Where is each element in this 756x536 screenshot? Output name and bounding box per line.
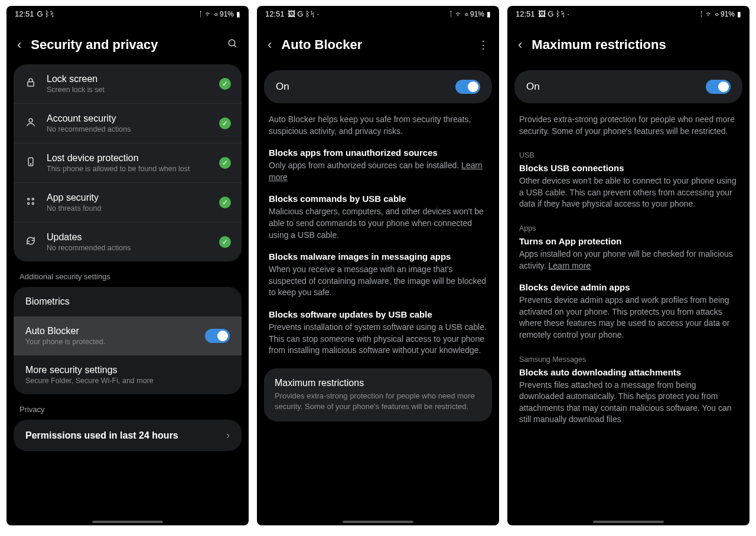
svg-point-8 [28, 202, 30, 204]
feature-body: Other devices won't be able to connect t… [519, 175, 738, 210]
row-title: More security settings [25, 365, 230, 375]
learn-more-link[interactable]: Learn more [549, 261, 591, 270]
phone-locate-icon [24, 156, 37, 170]
status-time: 12:51 [15, 9, 34, 18]
auto-blocker-toggle[interactable] [205, 329, 230, 343]
screen-maximum-restrictions: 12:51 🖼 G ᛒᛪ · ᛙ ᯤ ⊘ 91% ▮ ‹ Maximum res… [507, 6, 750, 525]
row-auto-blocker[interactable]: Auto Blocker Your phone is protected. [14, 316, 242, 355]
master-toggle-pill: On [514, 70, 742, 103]
row-title: Biometrics [25, 296, 230, 307]
status-right-icons: ᛙ ᯤ ⊘ [699, 10, 718, 18]
updates-icon [24, 236, 37, 249]
row-title: App security [47, 192, 210, 203]
row-more-security[interactable]: More security settings Secure Folder, Se… [14, 355, 242, 394]
svg-point-5 [30, 164, 31, 165]
row-title: Auto Blocker [25, 326, 198, 336]
section-additional: Additional security settings [6, 270, 249, 287]
feature-usb-commands: Blocks commands by USB cable Malicious c… [257, 192, 499, 250]
status-left-icons: 🖼 G ᛒᛪ · [288, 9, 320, 18]
row-sub: No recommended actions [47, 125, 210, 133]
svg-point-7 [32, 198, 34, 200]
svg-point-6 [28, 198, 30, 200]
max-restrictions-toggle[interactable] [706, 80, 731, 94]
row-biometrics[interactable]: Biometrics [14, 287, 242, 316]
feature-body-text: Only apps from authorized sources can be… [269, 161, 459, 170]
status-right-icons: ᛙ ᯤ ⊘ [198, 10, 217, 18]
feature-body: Prevents installation of system software… [269, 322, 487, 357]
row-app-security[interactable]: App security No threats found ✓ [14, 183, 242, 223]
feature-title: Blocks device admin apps [519, 282, 738, 292]
feature-title: Blocks malware images in messaging apps [269, 251, 487, 262]
svg-rect-2 [28, 81, 34, 86]
row-maximum-restrictions[interactable]: Maximum restrictions Provides extra-stro… [264, 368, 492, 421]
header: ‹ Auto Blocker ⋮ [257, 21, 499, 64]
row-lost-device[interactable]: Lost device protection This phone is all… [14, 143, 242, 183]
auto-blocker-master-toggle[interactable] [455, 80, 480, 94]
row-sub: No threats found [47, 204, 210, 213]
check-icon: ✓ [219, 117, 231, 129]
row-permissions[interactable]: Permissions used in last 24 hours › [14, 420, 242, 451]
feature-device-admin: Blocks device admin apps Prevents device… [507, 281, 750, 350]
feature-body: Apps installed on your phone will be che… [519, 249, 738, 272]
check-icon: ✓ [219, 157, 231, 169]
toggle-label: On [526, 81, 706, 93]
row-account-security[interactable]: Account security No recommended actions … [14, 104, 242, 143]
feature-title: Blocks USB connections [519, 163, 738, 173]
page-title: Auto Blocker [281, 37, 468, 53]
nav-indicator [6, 517, 249, 525]
row-title: Lost device protection [47, 153, 210, 164]
section-apps: Apps [507, 220, 750, 235]
battery-icon: ▮ [487, 10, 491, 18]
status-time: 12:51 [265, 9, 285, 18]
back-icon[interactable]: ‹ [17, 37, 21, 53]
feature-malware-images: Blocks malware images in messaging apps … [257, 250, 499, 308]
status-battery: 91% [220, 10, 234, 18]
intro-text: Provides extra-strong protection for peo… [507, 112, 750, 146]
status-time: 12:51 [516, 9, 535, 18]
feature-unauthorized-sources: Blocks apps from unauthorized sources On… [257, 146, 499, 192]
status-bar: 12:51 G ᛒᛪ ᛙ ᯤ ⊘ 91% ▮ [6, 6, 249, 21]
search-icon[interactable] [227, 38, 238, 52]
status-left-icons: 🖼 G ᛒᛪ · [538, 9, 570, 18]
apps-icon [24, 196, 37, 210]
feature-title: Blocks commands by USB cable [269, 194, 487, 204]
feature-body: When you receive a message with an image… [269, 264, 487, 299]
lock-icon [24, 77, 37, 91]
row-title: Account security [47, 113, 210, 124]
header: ‹ Maximum restrictions [507, 21, 750, 64]
row-sub: Secure Folder, Secure Wi-Fi, and more [25, 377, 230, 385]
feature-title: Blocks software updates by USB cable [269, 309, 487, 319]
header: ‹ Security and privacy [6, 21, 249, 64]
feature-body: Only apps from authorized sources can be… [269, 160, 487, 183]
svg-point-9 [32, 202, 34, 204]
row-title: Updates [47, 232, 210, 243]
chevron-right-icon: › [226, 429, 230, 442]
page-title: Security and privacy [31, 37, 218, 53]
row-title: Lock screen [47, 74, 210, 84]
screen-auto-blocker: 12:51 🖼 G ᛒᛪ · ᛙ ᯤ ⊘ 91% ▮ ‹ Auto Blocke… [257, 6, 499, 525]
svg-line-1 [234, 45, 236, 47]
status-bar: 12:51 🖼 G ᛒᛪ · ᛙ ᯤ ⊘ 91% ▮ [507, 6, 750, 21]
section-usb: USB [507, 146, 750, 162]
status-bar: 12:51 🖼 G ᛒᛪ · ᛙ ᯤ ⊘ 91% ▮ [257, 6, 499, 21]
back-icon[interactable]: ‹ [518, 37, 522, 53]
account-icon [24, 117, 37, 130]
screen-security-privacy: 12:51 G ᛒᛪ ᛙ ᯤ ⊘ 91% ▮ ‹ Security and pr… [6, 6, 249, 525]
check-icon: ✓ [219, 236, 231, 248]
intro-text: Auto Blocker helps keep you safe from se… [257, 112, 499, 146]
section-samsung-messages: Samsung Messages [507, 351, 750, 366]
more-icon[interactable]: ⋮ [478, 38, 488, 51]
row-updates[interactable]: Updates No recommended actions ✓ [14, 223, 242, 262]
status-battery: 91% [470, 10, 484, 18]
back-icon[interactable]: ‹ [268, 37, 272, 53]
status-right-icons: ᛙ ᯤ ⊘ [449, 10, 468, 18]
row-sub: Your phone is protected. [25, 338, 198, 346]
section-privacy: Privacy [6, 403, 249, 420]
feature-title: Blocks apps from unauthorized sources [269, 148, 487, 158]
row-sub: No recommended actions [47, 244, 210, 252]
check-icon: ✓ [219, 78, 231, 90]
row-lock-screen[interactable]: Lock screen Screen lock is set ✓ [14, 64, 242, 104]
feature-body: Prevents files attached to a message fro… [519, 380, 738, 426]
additional-settings-card: Biometrics Auto Blocker Your phone is pr… [14, 287, 242, 394]
feature-app-protection: Turns on App protection Apps installed o… [507, 235, 750, 281]
